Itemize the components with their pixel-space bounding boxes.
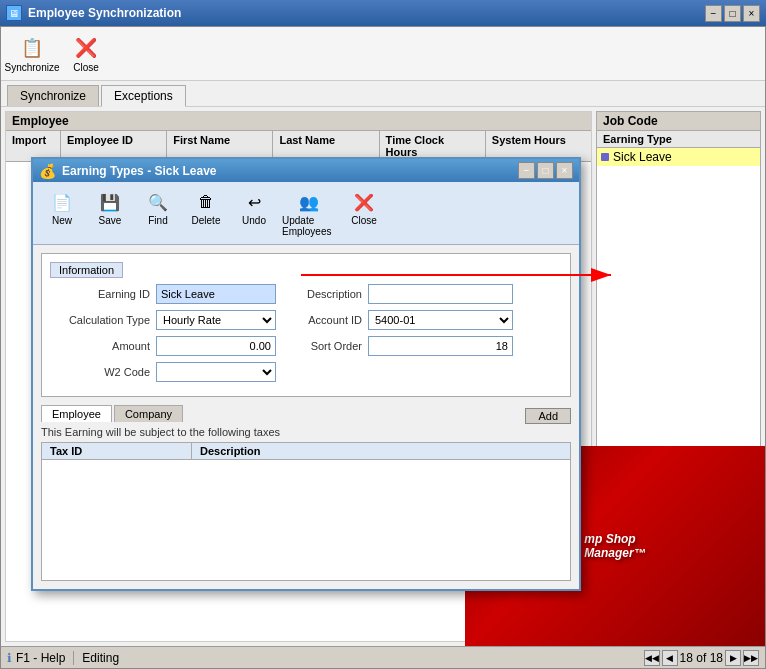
next-page-button[interactable]: ▶ xyxy=(725,650,741,666)
employee-tab[interactable]: Employee xyxy=(41,405,112,422)
amount-label: Amount xyxy=(50,340,150,352)
new-icon: 📄 xyxy=(49,189,75,215)
dialog-toolbar-close-button[interactable]: ❌ Close xyxy=(341,186,387,240)
account-id-select[interactable]: 5400-01 xyxy=(368,310,513,330)
employee-section-header: Employee xyxy=(6,112,591,131)
calculation-type-select[interactable]: Hourly Rate xyxy=(156,310,276,330)
update-employees-label: Update Employees xyxy=(282,215,336,237)
maximize-button[interactable]: □ xyxy=(724,5,741,22)
tabs-container: Synchronize Exceptions xyxy=(1,81,765,107)
current-page: 18 xyxy=(680,651,693,665)
tab-synchronize[interactable]: Synchronize xyxy=(7,85,99,106)
dialog-title-text: Earning Types - Sick Leave xyxy=(62,164,512,178)
new-button[interactable]: 📄 New xyxy=(39,186,85,240)
sort-order-label: Sort Order xyxy=(282,340,362,352)
synchronize-label: Synchronize xyxy=(4,62,59,73)
dialog-title-buttons: − □ × xyxy=(518,162,573,179)
title-bar: 🖥 Employee Synchronization − □ × xyxy=(0,0,766,26)
delete-button[interactable]: 🗑 Delete xyxy=(183,186,229,240)
tax-id-header: Tax ID xyxy=(42,443,192,459)
calculation-type-row: Calculation Type Hourly Rate Account ID … xyxy=(50,310,562,330)
add-button[interactable]: Add xyxy=(525,408,571,424)
page-of: of xyxy=(696,651,709,665)
information-box: Information Earning ID Description Calcu… xyxy=(41,253,571,397)
amount-row: Amount Sort Order xyxy=(50,336,562,356)
earning-id-label: Earning ID xyxy=(50,288,150,300)
find-button[interactable]: 🔍 Find xyxy=(135,186,181,240)
tax-table-header: Tax ID Description xyxy=(42,443,570,460)
right-table-column-header: Earning Type xyxy=(597,131,760,148)
save-icon: 💾 xyxy=(97,189,123,215)
tax-table: Tax ID Description xyxy=(41,442,571,581)
dialog-minimize-button[interactable]: − xyxy=(518,162,535,179)
synchronize-button[interactable]: 📋 Synchronize xyxy=(7,31,57,76)
last-page-button[interactable]: ▶▶ xyxy=(743,650,759,666)
information-label: Information xyxy=(50,262,123,278)
emp-tabs-container: Employee Company Add xyxy=(41,405,571,426)
tax-table-body xyxy=(42,460,570,580)
dialog-toolbar-close-label: Close xyxy=(351,215,377,226)
title-bar-buttons: − □ × xyxy=(705,5,760,22)
status-bar: ℹ F1 - Help Editing ◀◀ ◀ 18 of 18 ▶ ▶▶ xyxy=(1,646,765,668)
w2-code-row: W2 Code xyxy=(50,362,562,382)
dialog-toolbar: 📄 New 💾 Save 🔍 Find 🗑 Delete ↩ Und xyxy=(33,182,579,245)
close-button[interactable]: × xyxy=(743,5,760,22)
prev-page-button[interactable]: ◀ xyxy=(662,650,678,666)
find-icon: 🔍 xyxy=(145,189,171,215)
w2-code-label: W2 Code xyxy=(50,366,150,378)
description-field[interactable] xyxy=(368,284,513,304)
main-toolbar: 📋 Synchronize ❌ Close xyxy=(1,27,765,81)
description-header: Description xyxy=(192,443,570,459)
status-help: ℹ F1 - Help xyxy=(7,651,74,665)
amount-field[interactable] xyxy=(156,336,276,356)
delete-icon: 🗑 xyxy=(193,189,219,215)
dialog-toolbar-close-icon: ❌ xyxy=(351,189,377,215)
row-indicator xyxy=(601,153,609,161)
dialog-close-button[interactable]: × xyxy=(556,162,573,179)
brand-text: mp Shop Manager™ xyxy=(584,532,645,560)
close-toolbar-button[interactable]: ❌ Close xyxy=(61,31,111,76)
undo-button[interactable]: ↩ Undo xyxy=(231,186,277,240)
delete-label: Delete xyxy=(192,215,221,226)
dialog-title-bar: 💰 Earning Types - Sick Leave − □ × xyxy=(33,159,579,182)
page-indicator: 18 of 18 xyxy=(680,651,723,665)
minimize-button[interactable]: − xyxy=(705,5,722,22)
emp-tabs: Employee Company xyxy=(41,405,185,422)
first-page-button[interactable]: ◀◀ xyxy=(644,650,660,666)
info-icon: ℹ xyxy=(7,651,12,665)
info-tab-label: Information xyxy=(50,262,562,284)
synchronize-icon: 📋 xyxy=(18,34,46,62)
sick-leave-row[interactable]: Sick Leave xyxy=(597,148,760,166)
company-tab[interactable]: Company xyxy=(114,405,183,422)
account-id-label: Account ID xyxy=(282,314,362,326)
dialog-maximize-button[interactable]: □ xyxy=(537,162,554,179)
undo-label: Undo xyxy=(242,215,266,226)
save-label: Save xyxy=(99,215,122,226)
earning-types-dialog: 💰 Earning Types - Sick Leave − □ × 📄 New… xyxy=(31,157,581,591)
update-employees-button[interactable]: 👥 Update Employees xyxy=(279,186,339,240)
close-icon: ❌ xyxy=(72,34,100,62)
tab-row: Synchronize Exceptions xyxy=(1,81,765,106)
app-icon: 🖥 xyxy=(6,5,22,21)
description-label: Description xyxy=(282,288,362,300)
save-button[interactable]: 💾 Save xyxy=(87,186,133,240)
right-panel-header: Job Code xyxy=(597,112,760,131)
tax-note: This Earning will be subject to the foll… xyxy=(41,426,571,438)
close-label: Close xyxy=(73,62,99,73)
find-label: Find xyxy=(148,215,167,226)
tab-exceptions[interactable]: Exceptions xyxy=(101,85,186,107)
sort-order-field[interactable] xyxy=(368,336,513,356)
earning-id-row: Earning ID Description xyxy=(50,284,562,304)
w2-code-select[interactable] xyxy=(156,362,276,382)
content-area: Employee Import Employee ID First Name L… xyxy=(1,107,765,646)
editing-label: Editing xyxy=(82,651,119,665)
calculation-type-label: Calculation Type xyxy=(50,314,150,326)
total-pages: 18 xyxy=(710,651,723,665)
window-title: Employee Synchronization xyxy=(28,6,699,20)
undo-icon: ↩ xyxy=(241,189,267,215)
new-label: New xyxy=(52,215,72,226)
earning-id-field[interactable] xyxy=(156,284,276,304)
status-nav: ◀◀ ◀ 18 of 18 ▶ ▶▶ xyxy=(644,650,759,666)
update-employees-icon: 👥 xyxy=(296,189,322,215)
help-label: F1 - Help xyxy=(16,651,65,665)
